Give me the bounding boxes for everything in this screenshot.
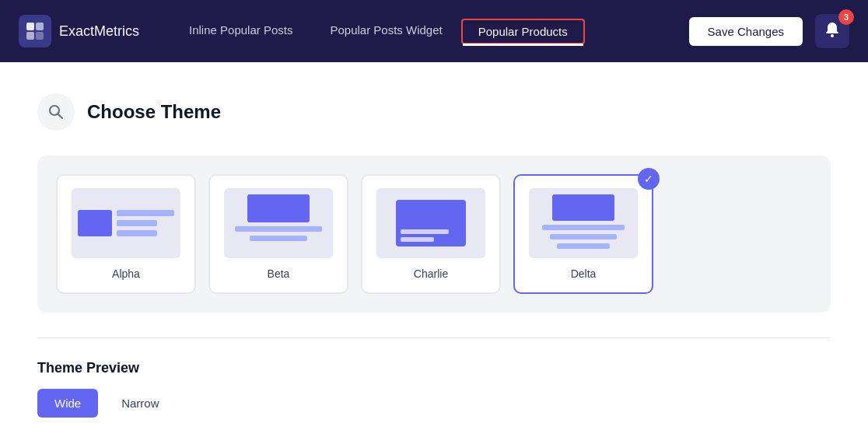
notification-button[interactable]: 3 <box>815 14 849 48</box>
nav-inline-popular-posts[interactable]: Inline Popular Posts <box>170 0 311 62</box>
delta-line-1 <box>542 225 624 230</box>
svg-rect-3 <box>36 32 44 40</box>
alpha-image-block <box>78 210 112 236</box>
logo-bold: Exact <box>59 23 94 39</box>
delta-line-3 <box>557 243 610 249</box>
svg-rect-0 <box>26 23 34 30</box>
theme-card-charlie[interactable]: Charlie <box>361 174 501 294</box>
notification-icon <box>824 21 841 42</box>
header-right: Save Changes 3 <box>689 14 849 48</box>
theme-card-alpha[interactable]: Alpha <box>56 174 196 294</box>
theme-preview-delta <box>529 188 638 258</box>
charlie-line-1 <box>401 229 449 234</box>
theme-label-delta: Delta <box>571 267 597 280</box>
alpha-line-2 <box>117 220 157 226</box>
logo-light: Metrics <box>94 23 139 39</box>
theme-label-charlie: Charlie <box>414 267 448 280</box>
beta-line-2 <box>250 236 307 241</box>
charlie-card <box>396 200 466 246</box>
section-divider <box>37 337 831 338</box>
search-icon-circle <box>37 93 75 131</box>
header: ExactMetrics Inline Popular Posts Popula… <box>0 0 868 62</box>
theme-card-beta[interactable]: Beta <box>208 174 348 294</box>
wide-button[interactable]: Wide <box>37 389 98 418</box>
svg-line-6 <box>58 114 63 119</box>
themes-container: Alpha Beta <box>37 156 831 313</box>
nav-popular-posts-widget[interactable]: Popular Posts Widget <box>311 0 460 62</box>
save-changes-button[interactable]: Save Changes <box>689 17 803 46</box>
delta-line-2 <box>550 234 618 239</box>
theme-preview-charlie <box>376 188 485 258</box>
section-header: Choose Theme <box>37 93 831 131</box>
theme-card-delta[interactable]: ✓ Delta <box>513 174 653 294</box>
alpha-line-3 <box>117 230 157 236</box>
main-content: Choose Theme Alpha <box>0 62 868 444</box>
page-title: Choose Theme <box>87 101 221 123</box>
alpha-line-1 <box>117 210 174 216</box>
logo-icon <box>19 15 51 47</box>
theme-label-alpha: Alpha <box>112 267 140 280</box>
logo-area: ExactMetrics <box>19 15 139 47</box>
narrow-button[interactable]: Narrow <box>104 389 176 418</box>
svg-rect-2 <box>26 32 34 40</box>
delta-image-block <box>552 194 614 221</box>
nav-popular-products[interactable]: Popular Products <box>461 19 585 44</box>
main-nav: Inline Popular Posts Popular Posts Widge… <box>170 0 689 62</box>
beta-image-block <box>247 194 310 222</box>
preview-size-buttons: Wide Narrow <box>37 389 831 418</box>
alpha-text-block <box>117 210 174 236</box>
notification-badge: 3 <box>838 9 854 25</box>
beta-line-1 <box>235 226 322 232</box>
svg-rect-1 <box>36 23 44 30</box>
theme-label-beta: Beta <box>268 267 290 280</box>
selected-checkmark: ✓ <box>638 168 660 190</box>
theme-preview-beta <box>224 188 333 258</box>
svg-point-4 <box>831 34 834 37</box>
theme-preview-alpha <box>72 188 180 258</box>
logo-text: ExactMetrics <box>59 23 139 40</box>
preview-title: Theme Preview <box>37 360 831 376</box>
charlie-line-2 <box>401 237 434 242</box>
theme-preview-section: Theme Preview Wide Narrow <box>37 360 831 418</box>
